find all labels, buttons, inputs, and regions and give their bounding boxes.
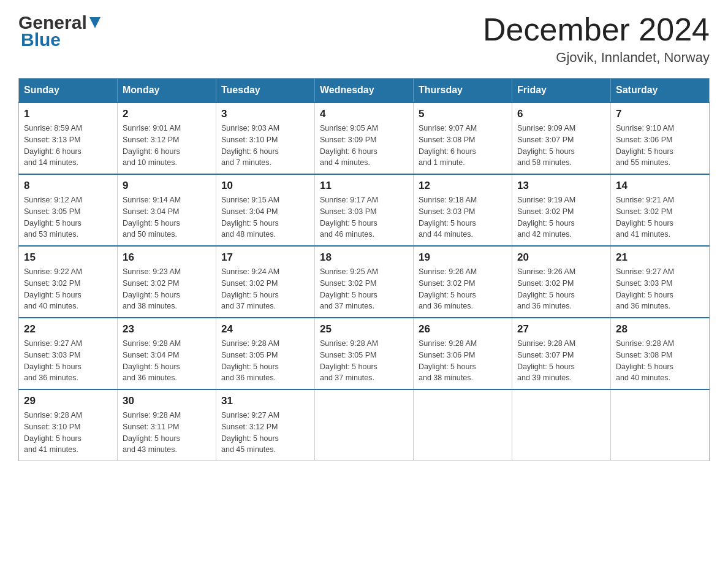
calendar-cell: 8Sunrise: 9:12 AMSunset: 3:05 PMDaylight… xyxy=(19,174,118,246)
day-number: 22 xyxy=(24,323,112,335)
calendar-header-friday: Friday xyxy=(512,79,611,103)
calendar-cell: 6Sunrise: 9:09 AMSunset: 3:07 PMDaylight… xyxy=(512,102,611,174)
calendar-table: SundayMondayTuesdayWednesdayThursdayFrid… xyxy=(18,78,710,461)
calendar-cell: 31Sunrise: 9:27 AMSunset: 3:12 PMDayligh… xyxy=(216,389,315,461)
day-info: Sunrise: 9:28 AMSunset: 3:05 PMDaylight:… xyxy=(221,338,309,384)
day-info: Sunrise: 8:59 AMSunset: 3:13 PMDaylight:… xyxy=(24,123,112,169)
calendar-cell: 25Sunrise: 9:28 AMSunset: 3:05 PMDayligh… xyxy=(315,318,414,389)
calendar-cell: 22Sunrise: 9:27 AMSunset: 3:03 PMDayligh… xyxy=(19,318,118,389)
calendar-cell: 20Sunrise: 9:26 AMSunset: 3:02 PMDayligh… xyxy=(512,246,611,318)
calendar-cell: 14Sunrise: 9:21 AMSunset: 3:02 PMDayligh… xyxy=(611,174,710,246)
day-number: 19 xyxy=(419,251,507,264)
day-number: 20 xyxy=(517,251,605,264)
day-info: Sunrise: 9:23 AMSunset: 3:02 PMDaylight:… xyxy=(123,266,211,312)
calendar-cell: 28Sunrise: 9:28 AMSunset: 3:08 PMDayligh… xyxy=(611,318,710,389)
title-block: December 2024 Gjovik, Innlandet, Norway xyxy=(483,12,710,66)
day-number: 11 xyxy=(320,180,408,192)
calendar-header-wednesday: Wednesday xyxy=(315,79,414,103)
day-info: Sunrise: 9:27 AMSunset: 3:03 PMDaylight:… xyxy=(616,266,704,312)
calendar-cell: 4Sunrise: 9:05 AMSunset: 3:09 PMDaylight… xyxy=(315,102,414,174)
calendar-cell: 5Sunrise: 9:07 AMSunset: 3:08 PMDaylight… xyxy=(414,102,512,174)
calendar-cell xyxy=(512,389,611,461)
day-info: Sunrise: 9:07 AMSunset: 3:08 PMDaylight:… xyxy=(419,123,507,169)
day-info: Sunrise: 9:12 AMSunset: 3:05 PMDaylight:… xyxy=(24,194,112,240)
day-number: 14 xyxy=(616,180,704,192)
calendar-cell: 24Sunrise: 9:28 AMSunset: 3:05 PMDayligh… xyxy=(216,318,315,389)
calendar-header-sunday: Sunday xyxy=(19,79,118,103)
day-info: Sunrise: 9:14 AMSunset: 3:04 PMDaylight:… xyxy=(123,194,211,240)
day-info: Sunrise: 9:05 AMSunset: 3:09 PMDaylight:… xyxy=(320,123,408,169)
day-info: Sunrise: 9:28 AMSunset: 3:08 PMDaylight:… xyxy=(616,338,704,384)
day-number: 1 xyxy=(24,108,112,120)
calendar-cell: 9Sunrise: 9:14 AMSunset: 3:04 PMDaylight… xyxy=(118,174,216,246)
calendar-cell: 7Sunrise: 9:10 AMSunset: 3:06 PMDaylight… xyxy=(611,102,710,174)
day-info: Sunrise: 9:01 AMSunset: 3:12 PMDaylight:… xyxy=(123,123,211,169)
calendar-header-thursday: Thursday xyxy=(414,79,512,103)
day-number: 15 xyxy=(24,251,112,264)
day-number: 12 xyxy=(419,180,507,192)
day-number: 31 xyxy=(221,395,309,407)
calendar-cell: 18Sunrise: 9:25 AMSunset: 3:02 PMDayligh… xyxy=(315,246,414,318)
logo-arrow-icon xyxy=(88,16,102,29)
day-info: Sunrise: 9:15 AMSunset: 3:04 PMDaylight:… xyxy=(221,194,309,240)
day-info: Sunrise: 9:24 AMSunset: 3:02 PMDaylight:… xyxy=(221,266,309,312)
page-header: General Blue December 2024 Gjovik, Innla… xyxy=(18,12,710,66)
calendar-cell: 30Sunrise: 9:28 AMSunset: 3:11 PMDayligh… xyxy=(118,389,216,461)
day-number: 23 xyxy=(123,323,211,335)
calendar-cell: 27Sunrise: 9:28 AMSunset: 3:07 PMDayligh… xyxy=(512,318,611,389)
day-number: 17 xyxy=(221,251,309,264)
calendar-cell: 12Sunrise: 9:18 AMSunset: 3:03 PMDayligh… xyxy=(414,174,512,246)
logo-blue-text: Blue xyxy=(21,29,61,50)
day-info: Sunrise: 9:10 AMSunset: 3:06 PMDaylight:… xyxy=(616,123,704,169)
day-number: 25 xyxy=(320,323,408,335)
calendar-cell: 11Sunrise: 9:17 AMSunset: 3:03 PMDayligh… xyxy=(315,174,414,246)
logo: General Blue xyxy=(18,12,102,50)
calendar-header-row: SundayMondayTuesdayWednesdayThursdayFrid… xyxy=(19,79,710,103)
day-info: Sunrise: 9:25 AMSunset: 3:02 PMDaylight:… xyxy=(320,266,408,312)
calendar-cell: 13Sunrise: 9:19 AMSunset: 3:02 PMDayligh… xyxy=(512,174,611,246)
day-info: Sunrise: 9:09 AMSunset: 3:07 PMDaylight:… xyxy=(517,123,605,169)
day-info: Sunrise: 9:28 AMSunset: 3:10 PMDaylight:… xyxy=(24,410,112,456)
calendar-header-monday: Monday xyxy=(118,79,216,103)
day-info: Sunrise: 9:17 AMSunset: 3:03 PMDaylight:… xyxy=(320,194,408,240)
calendar-cell: 19Sunrise: 9:26 AMSunset: 3:02 PMDayligh… xyxy=(414,246,512,318)
day-number: 9 xyxy=(123,180,211,192)
day-number: 28 xyxy=(616,323,704,335)
day-info: Sunrise: 9:22 AMSunset: 3:02 PMDaylight:… xyxy=(24,266,112,312)
day-info: Sunrise: 9:28 AMSunset: 3:11 PMDaylight:… xyxy=(123,410,211,456)
calendar-header-saturday: Saturday xyxy=(611,79,710,103)
location-title: Gjovik, Innlandet, Norway xyxy=(483,50,710,66)
day-info: Sunrise: 9:21 AMSunset: 3:02 PMDaylight:… xyxy=(616,194,704,240)
calendar-cell: 23Sunrise: 9:28 AMSunset: 3:04 PMDayligh… xyxy=(118,318,216,389)
day-info: Sunrise: 9:27 AMSunset: 3:12 PMDaylight:… xyxy=(221,410,309,456)
calendar-week-row: 22Sunrise: 9:27 AMSunset: 3:03 PMDayligh… xyxy=(19,318,710,389)
calendar-cell: 10Sunrise: 9:15 AMSunset: 3:04 PMDayligh… xyxy=(216,174,315,246)
calendar-cell: 2Sunrise: 9:01 AMSunset: 3:12 PMDaylight… xyxy=(118,102,216,174)
day-number: 21 xyxy=(616,251,704,264)
month-title: December 2024 xyxy=(483,12,710,47)
calendar-cell xyxy=(611,389,710,461)
day-number: 4 xyxy=(320,108,408,120)
day-info: Sunrise: 9:26 AMSunset: 3:02 PMDaylight:… xyxy=(517,266,605,312)
day-number: 8 xyxy=(24,180,112,192)
calendar-cell: 21Sunrise: 9:27 AMSunset: 3:03 PMDayligh… xyxy=(611,246,710,318)
calendar-header-tuesday: Tuesday xyxy=(216,79,315,103)
day-number: 27 xyxy=(517,323,605,335)
calendar-cell: 3Sunrise: 9:03 AMSunset: 3:10 PMDaylight… xyxy=(216,102,315,174)
day-number: 26 xyxy=(419,323,507,335)
calendar-week-row: 8Sunrise: 9:12 AMSunset: 3:05 PMDaylight… xyxy=(19,174,710,246)
calendar-cell: 17Sunrise: 9:24 AMSunset: 3:02 PMDayligh… xyxy=(216,246,315,318)
calendar-cell: 29Sunrise: 9:28 AMSunset: 3:10 PMDayligh… xyxy=(19,389,118,461)
calendar-cell: 15Sunrise: 9:22 AMSunset: 3:02 PMDayligh… xyxy=(19,246,118,318)
day-number: 10 xyxy=(221,180,309,192)
calendar-week-row: 15Sunrise: 9:22 AMSunset: 3:02 PMDayligh… xyxy=(19,246,710,318)
svg-marker-0 xyxy=(89,17,100,28)
day-number: 18 xyxy=(320,251,408,264)
day-number: 13 xyxy=(517,180,605,192)
day-info: Sunrise: 9:28 AMSunset: 3:06 PMDaylight:… xyxy=(419,338,507,384)
calendar-cell: 16Sunrise: 9:23 AMSunset: 3:02 PMDayligh… xyxy=(118,246,216,318)
day-number: 16 xyxy=(123,251,211,264)
calendar-cell xyxy=(414,389,512,461)
day-info: Sunrise: 9:19 AMSunset: 3:02 PMDaylight:… xyxy=(517,194,605,240)
day-number: 7 xyxy=(616,108,704,120)
